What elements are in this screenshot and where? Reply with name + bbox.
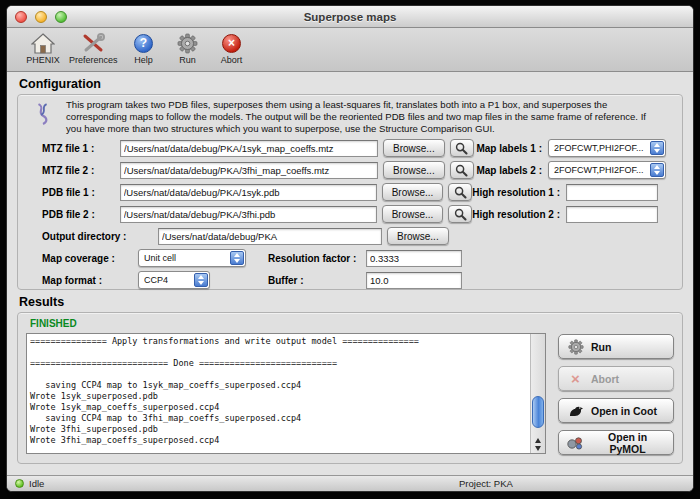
mtz-file-2-input[interactable] [120, 162, 378, 179]
output-directory-label: Output directory : [42, 231, 154, 242]
stepper-arrows-icon [650, 141, 664, 155]
finished-status-badge: FINISHED [30, 318, 674, 329]
form-row-output-directory: Output directory : Browse... [26, 225, 674, 247]
mtz-file-1-browse-button[interactable]: Browse... [383, 139, 445, 157]
configuration-section-title: Configuration [19, 77, 683, 91]
map-labels-1-value: 2FOFCWT,PHI2FOF... [554, 143, 644, 153]
map-labels-1-group: Map labels 1 : 2FOFCWT,PHI2FOF... [476, 139, 674, 157]
console-scrollbar[interactable] [530, 334, 545, 453]
magnifier-icon [455, 164, 468, 177]
resolution-factor-input[interactable] [366, 250, 462, 267]
abort-button[interactable]: × Abort [558, 366, 674, 391]
mtz-file-1-magnifier-button[interactable] [450, 139, 474, 157]
close-button[interactable] [15, 11, 27, 23]
stepper-arrows-icon [230, 251, 244, 265]
map-format-slot: CCP4 [138, 271, 268, 289]
buffer-label: Buffer : [268, 275, 362, 286]
buffer-input[interactable] [366, 272, 462, 289]
high-resolution-1-input[interactable] [566, 184, 658, 201]
open-in-pymol-label: Open in PyMOL [590, 431, 665, 455]
form-row-mtz-file-2: MTZ file 2 : Browse... Map labels 2 : 2F… [26, 159, 674, 181]
form-row-mtz-file-1: MTZ file 1 : Browse... Map labels 1 : 2F… [26, 137, 674, 159]
magnifier-icon [454, 208, 467, 221]
high-resolution-1-label: High resolution 1 : [472, 187, 560, 198]
description-row: This program takes two PDB files, superp… [26, 99, 674, 137]
configuration-panel: This program takes two PDB files, superp… [17, 94, 683, 290]
map-format-value: CCP4 [144, 275, 168, 285]
high-resolution-1-group: High resolution 1 : [472, 184, 674, 201]
console-output[interactable]: =============== Apply transformations an… [26, 333, 546, 454]
toolbar-abort-button[interactable]: × Abort [210, 31, 254, 65]
abort-button-label: Abort [591, 373, 619, 385]
map-labels-2-label: Map labels 2 : [476, 165, 542, 176]
run-gear-icon [177, 31, 198, 55]
toolbar-help-label: Help [134, 55, 153, 65]
map-labels-1-dropdown[interactable]: 2FOFCWT,PHI2FOF... [548, 139, 666, 157]
high-resolution-2-group: High resolution 2 : [472, 206, 674, 223]
magnifier-icon [454, 186, 467, 199]
output-directory-browse-button[interactable]: Browse... [387, 227, 449, 245]
magnifier-icon [455, 142, 468, 155]
map-coverage-slot: Unit cell [138, 249, 268, 267]
toolbar-run-button[interactable]: Run [166, 31, 210, 65]
abort-icon: × [222, 31, 241, 55]
map-labels-2-value: 2FOFCWT,PHI2FOF... [554, 165, 644, 175]
results-section-title: Results [19, 295, 683, 309]
high-resolution-2-input[interactable] [566, 206, 658, 223]
coot-bird-icon [567, 404, 584, 418]
console-output-area: =============== Apply transformations an… [26, 333, 546, 454]
mtz-file-1-input[interactable] [120, 140, 378, 157]
open-in-pymol-button[interactable]: Open in PyMOL [558, 430, 674, 455]
toolbar-help-button[interactable]: ? Help [122, 31, 166, 65]
minimize-button[interactable] [35, 11, 47, 23]
toolbar-preferences-button[interactable]: Preferences [65, 31, 122, 65]
help-icon: ? [134, 31, 153, 55]
scrollbar-arrows[interactable] [531, 438, 545, 451]
scroll-down-icon[interactable] [535, 446, 541, 451]
pdb-file-2-browse-button[interactable]: Browse... [382, 205, 444, 223]
form-row-map-coverage: Map coverage : Unit cell Resolution fact… [26, 247, 674, 269]
map-labels-2-group: Map labels 2 : 2FOFCWT,PHI2FOF... [476, 161, 674, 179]
project-label: Project: PKA [459, 478, 513, 489]
open-in-coot-button[interactable]: Open in Coot [558, 398, 674, 423]
pdb-file-1-label: PDB file 1 : [42, 187, 116, 198]
scrollbar-thumb[interactable] [532, 396, 544, 428]
toolbar-preferences-label: Preferences [69, 55, 118, 65]
action-buttons-column: Run × Abort Open in Coot Open in PyMOL [558, 333, 674, 455]
mtz-file-2-browse-button[interactable]: Browse... [383, 161, 445, 179]
titlebar[interactable]: Superpose maps [7, 6, 693, 28]
map-labels-2-dropdown[interactable]: 2FOFCWT,PHI2FOF... [548, 161, 666, 179]
map-format-dropdown[interactable]: CCP4 [138, 271, 210, 289]
pdb-file-1-magnifier-button[interactable] [448, 183, 472, 201]
superpose-maps-window: Superpose maps PHENIX Preferences ? Help… [6, 5, 694, 492]
pdb-file-2-input[interactable] [120, 206, 377, 223]
pdb-file-2-label: PDB file 2 : [42, 209, 116, 220]
stepper-arrows-icon [650, 163, 664, 177]
form-row-pdb-file-1: PDB file 1 : Browse... High resolution 1… [26, 181, 674, 203]
high-resolution-2-label: High resolution 2 : [472, 209, 560, 220]
pdb-file-1-input[interactable] [120, 184, 377, 201]
scroll-up-icon[interactable] [535, 438, 541, 443]
form-row-map-format: Map format : CCP4 Buffer : [26, 269, 674, 291]
output-directory-input[interactable] [158, 228, 382, 245]
preferences-tools-icon [81, 31, 105, 55]
map-labels-1-label: Map labels 1 : [476, 143, 542, 154]
mtz-file-2-magnifier-button[interactable] [450, 161, 474, 179]
open-in-coot-label: Open in Coot [591, 405, 657, 417]
phenix-home-icon [31, 31, 55, 55]
results-panel: FINISHED =============== Apply transform… [17, 312, 683, 464]
superpose-program-icon [34, 101, 52, 131]
run-button-label: Run [591, 341, 611, 353]
window-controls [15, 11, 67, 23]
status-idle-icon [15, 479, 24, 488]
window-title: Superpose maps [7, 11, 693, 23]
pdb-file-1-browse-button[interactable]: Browse... [382, 183, 444, 201]
toolbar-abort-label: Abort [221, 55, 243, 65]
zoom-button[interactable] [55, 11, 67, 23]
run-button[interactable]: Run [558, 334, 674, 359]
toolbar-phenix-button[interactable]: PHENIX [21, 31, 65, 65]
run-gear-icon [567, 339, 584, 355]
pdb-file-2-magnifier-button[interactable] [448, 205, 472, 223]
main-toolbar: PHENIX Preferences ? Help Run × Abort [7, 28, 693, 72]
map-coverage-dropdown[interactable]: Unit cell [138, 249, 246, 267]
